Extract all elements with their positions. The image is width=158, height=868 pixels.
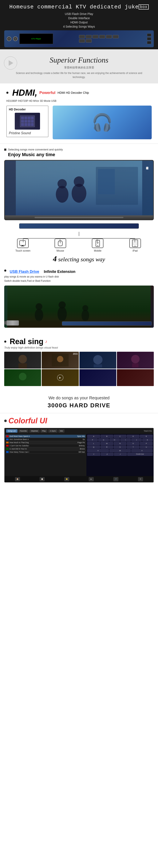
kb-doubleque[interactable]: Double Que	[127, 453, 153, 456]
kb-a[interactable]: A	[87, 435, 100, 438]
bottom-icon-music[interactable]: 🎵	[113, 477, 118, 481]
kb-p[interactable]: P	[140, 442, 153, 445]
device-knob-1	[7, 36, 11, 41]
tree-connector	[4, 232, 154, 236]
mobile-icon	[92, 239, 103, 248]
gallery-svg-3	[80, 352, 116, 369]
ui-tab-favorite[interactable]: Favorite	[18, 429, 29, 433]
hdmi-powerful-label: Powerful	[39, 91, 55, 95]
song-row-5[interactable]: U Just Did In Your In Brovo	[5, 447, 86, 451]
svg-point-24	[59, 301, 66, 309]
gallery-svg-1	[4, 352, 41, 369]
kb-l[interactable]: L	[87, 442, 100, 445]
song-row-4[interactable]: I Can't Get No Satisfac- Britney	[5, 444, 86, 447]
gallery-cell-8	[117, 369, 154, 386]
gallery-grid: 2015 ▶	[4, 352, 154, 386]
kb-y[interactable]: Y	[87, 453, 100, 456]
bottom-icon-home[interactable]: 🏠	[15, 477, 20, 481]
real-sing-comma: ♪	[45, 339, 47, 344]
kb-s[interactable]: S	[114, 445, 126, 448]
ui-tab-we[interactable]: We	[58, 429, 64, 433]
kb-z[interactable]: Z	[101, 453, 114, 456]
song-row-3[interactable]: How Much Is That Dog Page Pe	[5, 441, 86, 444]
kb-k[interactable]: K	[142, 438, 153, 441]
song-row-1[interactable]: God Must Have Spent A Sync We	[5, 435, 86, 438]
colorful-title-row: Colorful UI	[4, 416, 154, 425]
selecting-text: Selecting songs more convenient and quic…	[4, 148, 154, 151]
song-title-5: U Just Did In Your In	[9, 448, 27, 450]
song-row-2[interactable]: He's Somehow Been A Ss	[5, 438, 86, 441]
title-suffix: box	[138, 4, 149, 9]
header-features: USB Flash Drive Play Double Interface HD…	[4, 12, 154, 28]
flag-1	[6, 435, 9, 437]
hdmi-dot	[6, 92, 8, 94]
real-sing-subtitle: Truly enjoy high-definition brings visua…	[4, 346, 154, 349]
usb-section: USB Flash Drive Infinite Extension play …	[0, 268, 158, 334]
tv-stand	[5, 215, 153, 220]
kb-d[interactable]: D	[127, 435, 140, 438]
usb-bullet	[4, 270, 6, 272]
kb-q[interactable]: Q	[87, 445, 100, 448]
svg-point-25	[82, 310, 89, 321]
hdmi-section: HDMI, Powerful HDMI HD Decoder Chip HD10…	[0, 84, 158, 144]
song-artist-4: Britney	[79, 445, 85, 447]
enjoy-music-title: Enjoy Music any time	[8, 152, 154, 157]
device-port-2	[147, 37, 151, 40]
kb-row-4: Q R S T U	[87, 445, 153, 448]
superior-description: Science and technology create a better l…	[6, 71, 152, 79]
songs-title: We do songs as your Requested	[4, 396, 154, 400]
kb-g[interactable]: G	[98, 438, 109, 441]
ui-topbar: Song List Favorite SkipMat Play A Sync W…	[4, 428, 154, 434]
kb-t[interactable]: T	[127, 445, 140, 448]
kb-v[interactable]: V	[87, 449, 109, 452]
gallery-cell-7	[80, 369, 116, 386]
bottom-icon-settings[interactable]: ⚙	[138, 477, 143, 481]
tree-line-top	[79, 232, 79, 236]
kb-m[interactable]: M	[100, 442, 113, 445]
four-ways-title: 4 selecting songs way	[4, 254, 154, 263]
song-artist-1: Sync We	[77, 435, 85, 437]
kb-c[interactable]: C	[114, 435, 126, 438]
svg-point-23	[58, 307, 67, 321]
superior-section: Superior Functions 享受科技带来的生活享受 Science a…	[0, 49, 158, 84]
svg-point-16	[97, 243, 98, 244]
chip-b11	[28, 123, 31, 126]
ui-tab-play[interactable]: Play	[40, 429, 48, 433]
bottom-icon-play[interactable]: ▶	[89, 477, 94, 481]
device-btn-1	[79, 35, 85, 38]
ui-song-list: God Must Have Spent A Sync We He's Someh…	[4, 434, 86, 476]
kb-r[interactable]: R	[100, 445, 113, 448]
ui-tab-async[interactable]: A Sync	[48, 429, 58, 433]
kb-o[interactable]: O	[127, 442, 140, 445]
chip-b10	[25, 123, 27, 126]
kb-h[interactable]: H	[109, 438, 120, 441]
ui-screenshot: Song List Favorite SkipMat Play A Sync W…	[4, 428, 154, 483]
kb-e[interactable]: E	[140, 435, 153, 438]
ui-tab-skipmat[interactable]: SkipMat	[29, 429, 40, 433]
tv-screen: 最好把烦恼忘了	[4, 160, 154, 220]
kb-i[interactable]: I	[120, 438, 131, 441]
kb-b[interactable]: B	[100, 435, 113, 438]
kb-f[interactable]: F	[87, 438, 98, 441]
chip-b6	[25, 120, 27, 123]
svg-point-32	[93, 355, 102, 364]
kb-x[interactable]: X	[131, 449, 153, 452]
kb-n[interactable]: N	[114, 442, 126, 445]
device-panel-left: KTV Player	[7, 33, 53, 44]
kb-check[interactable]: ✓	[114, 453, 127, 456]
flag-5	[6, 448, 9, 450]
ui-tab-songlist[interactable]: Song List	[6, 429, 18, 433]
feature-ways: 4 Selecting Songs Ways	[63, 25, 95, 28]
svg-rect-14	[97, 246, 98, 246]
kb-j[interactable]: J	[131, 438, 142, 441]
tree-horizontal	[23, 238, 135, 239]
bottom-icon-list[interactable]: 📋	[40, 477, 45, 481]
title-prefix: Homeuse commercial KTV dedicated juke	[9, 4, 138, 10]
bottom-icon-star[interactable]: ⭐	[64, 477, 69, 481]
kb-u[interactable]: U	[140, 445, 153, 448]
song-title-3: How Much Is That Dog	[9, 441, 29, 443]
svg-point-15	[98, 241, 98, 241]
hd-decoder-box: HD Decoder Pristine Sound	[6, 105, 49, 137]
kb-w[interactable]: W	[109, 449, 131, 452]
song-row-6[interactable]: How Many Times Can I Bill Mat	[5, 451, 86, 454]
